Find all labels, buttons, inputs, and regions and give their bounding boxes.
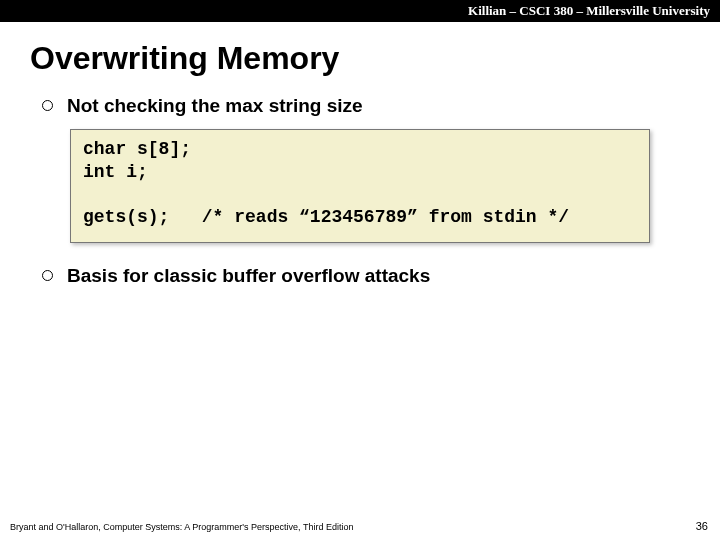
bullet-icon xyxy=(42,270,53,281)
bullet-text: Not checking the max string size xyxy=(67,95,363,117)
course-header: Killian – CSCI 380 – Millersville Univer… xyxy=(0,0,720,22)
slide-title: Overwriting Memory xyxy=(30,40,720,77)
page-number: 36 xyxy=(696,520,708,532)
code-block: char s[8]; int i; gets(s); /* reads “123… xyxy=(70,129,650,243)
bullet-text: Basis for classic buffer overflow attack… xyxy=(67,265,430,287)
bullet-item: Basis for classic buffer overflow attack… xyxy=(42,265,720,287)
bullet-icon xyxy=(42,100,53,111)
bullet-item: Not checking the max string size xyxy=(42,95,720,117)
footer-attribution: Bryant and O'Hallaron, Computer Systems:… xyxy=(10,522,353,532)
